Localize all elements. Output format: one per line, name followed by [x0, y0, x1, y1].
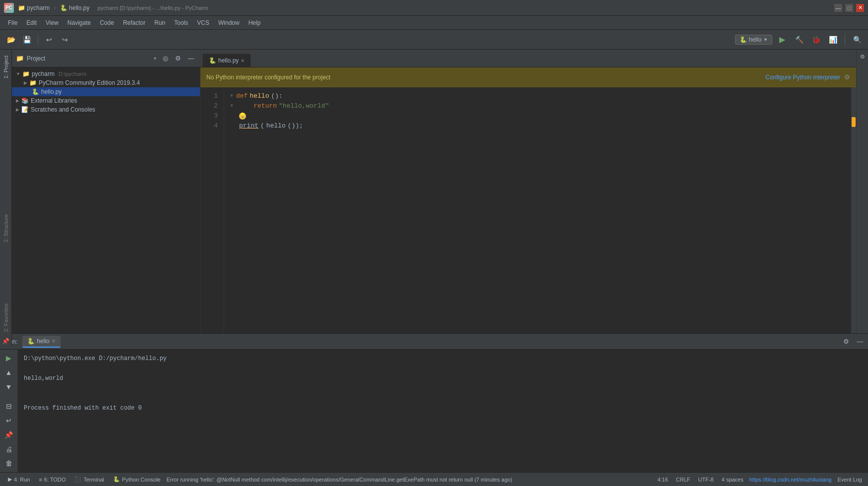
tab-close-button[interactable]: ✕ — [241, 58, 245, 63]
menu-file[interactable]: File — [4, 18, 21, 28]
lightbulb-hint-icon[interactable]: 💡 — [239, 113, 246, 120]
toolbar: 📂 💾 ↩ ↪ 🐍 hello ▼ ▶ 🔨 🐞 📊 🔍 — [0, 30, 868, 50]
run-button[interactable]: ▶ — [775, 33, 789, 47]
code-editor[interactable]: 1 2 3 4 ▼ def hello (): ▼ — [200, 87, 856, 333]
close-button[interactable]: ✕ — [856, 4, 864, 12]
statusbar-tab-terminal[interactable]: ⬛ Terminal — [70, 475, 108, 484]
project-tab-vertical[interactable]: 1: Project — [2, 52, 10, 82]
indent-2 — [236, 101, 251, 111]
run-pin-btn[interactable]: 📌 — [2, 428, 16, 441]
editor-scrollbar[interactable] — [851, 87, 856, 333]
menu-edit[interactable]: Edit — [22, 18, 41, 28]
tree-item-hello-py[interactable]: 🐍 hello.py — [12, 87, 200, 96]
menu-code[interactable]: Code — [96, 18, 118, 28]
status-line-endings[interactable]: CRLF — [674, 476, 692, 484]
tree-item-pycharm-edition[interactable]: ▶ 📁 PyCharm Community Edition 2019.3.4 — [12, 78, 200, 87]
run-output: D:\python\python.exe D:/pycharm/hello.py… — [18, 350, 868, 472]
tab-py-icon: 🐍 — [209, 57, 216, 64]
status-position[interactable]: 4:16 — [655, 476, 670, 484]
menu-vcs[interactable]: VCS — [193, 18, 213, 28]
folder-icon-pycharm: 📁 — [22, 70, 30, 77]
menu-refactor[interactable]: Refactor — [119, 18, 149, 28]
project-locate-btn[interactable]: ◎ — [160, 54, 170, 63]
editor-area: 🐍 hello.py ✕ No Python interpreter confi… — [200, 50, 856, 333]
menu-run[interactable]: Run — [150, 18, 169, 28]
editor-tab-bar: 🐍 hello.py ✕ — [200, 50, 856, 67]
build-button[interactable]: 🔨 — [792, 33, 806, 47]
minimize-button[interactable]: — — [834, 4, 842, 12]
code-content[interactable]: ▼ def hello (): ▼ return "hello,world" — [224, 87, 856, 333]
run-tab-label: 4: Run — [14, 477, 30, 483]
app-logo: PC — [4, 3, 14, 13]
structure-tab-vertical[interactable]: 2: Structure — [2, 210, 10, 246]
toolbar-redo-btn[interactable]: ↪ — [58, 33, 72, 47]
status-blog-link[interactable]: https://blog.csdn.net/muzhiluxiang — [749, 477, 832, 483]
status-encoding[interactable]: UTF-8 — [696, 476, 716, 484]
tree-item-external-libs[interactable]: ▶ 📚 External Libraries — [12, 96, 200, 105]
bottom-settings-btn[interactable]: ⚙ — [840, 336, 852, 348]
gutter-hint-2: ▼ — [230, 101, 233, 111]
bottom-tab-hello[interactable]: 🐍 hello ✕ — [22, 336, 60, 348]
line-num-2: 2 — [202, 101, 222, 111]
statusbar-tab-python-console[interactable]: 🐍 Python Console — [109, 475, 165, 484]
toolbar-save-btn[interactable]: 💾 — [20, 33, 34, 47]
code-line-1: ▼ def hello (): — [230, 91, 850, 101]
event-log-btn[interactable]: Event Log — [835, 476, 864, 484]
python-console-tab-icon: 🐍 — [113, 476, 120, 483]
breadcrumb-file: 🐍 hello.py — [60, 4, 90, 11]
breadcrumb-project: 📁 pycharm — [18, 4, 50, 11]
project-settings-btn[interactable]: ⚙ — [173, 54, 183, 63]
tree-arrow-pycharm: ▼ — [16, 71, 20, 76]
line-numbers: 1 2 3 4 — [200, 87, 224, 333]
tree-arrow-edition: ▶ — [24, 80, 27, 85]
toolbar-open-btn[interactable]: 📂 — [4, 33, 18, 47]
run-wrap-btn[interactable]: ↵ — [2, 414, 16, 427]
project-panel-dropdown: ▼ — [153, 56, 157, 61]
menu-navigate[interactable]: Navigate — [63, 18, 95, 28]
fn-hello: hello — [249, 91, 269, 101]
statusbar-tab-run[interactable]: ▶ 4: Run — [4, 475, 34, 484]
project-panel-icon: 📁 — [16, 55, 24, 62]
configure-interpreter-link[interactable]: Configure Python interpreter — [765, 74, 840, 81]
favorites-tab-vertical[interactable]: 2: Favorites — [2, 300, 10, 336]
menu-tools[interactable]: Tools — [170, 18, 192, 28]
bottom-tab-label: hello — [37, 338, 49, 345]
run-split-btn[interactable]: ⊟ — [2, 399, 16, 413]
search-button[interactable]: 🔍 — [850, 33, 864, 47]
bottom-collapse-btn[interactable]: — — [854, 336, 866, 348]
menu-window[interactable]: Window — [214, 18, 244, 28]
run-configuration[interactable]: 🐍 hello ▼ — [735, 35, 772, 45]
terminal-tab-label: Terminal — [83, 477, 104, 483]
menu-view[interactable]: View — [42, 18, 62, 28]
bottom-tab-close-btn[interactable]: ✕ — [52, 338, 56, 344]
run-scroll-down-btn[interactable]: ▼ — [2, 380, 16, 394]
run-restart-btn[interactable]: ▶ — [2, 352, 16, 365]
run-print-btn[interactable]: 🖨 — [2, 442, 16, 456]
bottom-toolbar-right: ⚙ — — [840, 336, 866, 348]
bottom-tab-bar: Run: 🐍 hello ✕ ⚙ — — [0, 334, 868, 350]
project-panel: 📁 Project ▼ ◎ ⚙ — ▼ 📁 pycharm D:\pycharm… — [12, 50, 200, 333]
maximize-button[interactable]: □ — [845, 4, 853, 12]
statusbar-tab-todo[interactable]: ≡ 6: TODO — [35, 476, 69, 484]
tree-item-scratches[interactable]: ▶ 📝 Scratches and Consoles — [12, 105, 200, 114]
coverage-button[interactable]: 📊 — [826, 33, 840, 47]
run-config-icon: 🐍 — [740, 36, 747, 43]
left-panel-tabs: 1: Project — [0, 50, 12, 333]
tree-label-hello-py: hello.py — [41, 88, 62, 95]
toolbar-undo-btn[interactable]: ↩ — [42, 33, 56, 47]
tree-item-pycharm[interactable]: ▼ 📁 pycharm D:\pycharm — [12, 69, 200, 78]
titlebar: PC 📁 pycharm › 🐍 hello.py pycharm [D:\py… — [0, 0, 868, 16]
tree-label-external-libs: External Libraries — [31, 97, 77, 104]
run-scroll-up-btn[interactable]: ▲ — [2, 366, 16, 379]
right-sidebar-btn-1[interactable]: ⚙ — [858, 52, 868, 61]
menu-help[interactable]: Help — [245, 18, 265, 28]
editor-container: 🐍 hello.py ✕ No Python interpreter confi… — [200, 50, 868, 333]
output-line-2: hello,world — [24, 373, 862, 383]
line-num-1: 1 — [202, 91, 222, 101]
tree-label-pycharm: pycharm — [32, 70, 55, 77]
run-clear-btn[interactable]: 🗑 — [2, 457, 16, 470]
project-collapse-btn[interactable]: — — [186, 54, 196, 63]
editor-tab-hello-py[interactable]: 🐍 hello.py ✕ — [202, 54, 251, 67]
debug-button[interactable]: 🐞 — [809, 33, 823, 47]
status-indent[interactable]: 4 spaces — [720, 476, 745, 484]
